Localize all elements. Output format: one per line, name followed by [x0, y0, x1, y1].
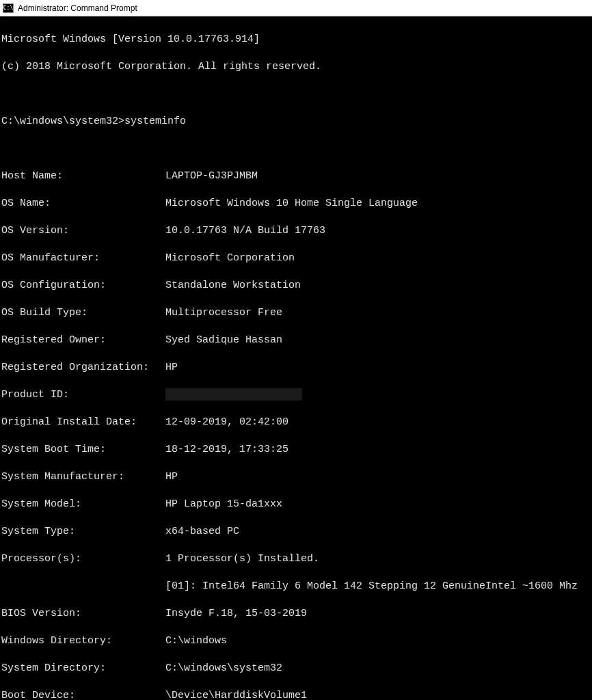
row-product-id: Product ID: [1, 388, 591, 402]
row-win-dir: Windows Directory:C:\windows [1, 634, 591, 648]
row-os-manufacturer: OS Manufacturer:Microsoft Corporation [1, 252, 591, 265]
row-boot-time: System Boot Time:18-12-2019, 17:33:25 [1, 443, 591, 457]
row-sys-type: System Type:x64-based PC [1, 525, 591, 539]
header-line-2: (c) 2018 Microsoft Corporation. All righ… [1, 60, 591, 74]
prompt-path: C:\windows\system32> [1, 116, 124, 127]
row-processors: Processor(s):1 Processor(s) Installed. [1, 552, 591, 566]
header-line-1: Microsoft Windows [Version 10.0.17763.91… [1, 33, 591, 46]
row-registered-org: Registered Organization:HP [1, 361, 591, 375]
row-sys-dir: System Directory:C:\windows\system32 [1, 662, 591, 675]
window-title: Administrator: Command Prompt [18, 3, 137, 13]
row-sys-manufacturer: System Manufacturer:HP [1, 470, 591, 484]
row-host-name: Host Name:LAPTOP-GJ3PJMBM [1, 170, 591, 183]
terminal-output[interactable]: Microsoft Windows [Version 10.0.17763.91… [0, 16, 592, 700]
row-sys-model: System Model:HP Laptop 15-da1xxx [1, 498, 591, 511]
row-os-name: OS Name:Microsoft Windows 10 Home Single… [1, 197, 591, 211]
processor-detail: [01]: Intel64 Family 6 Model 142 Steppin… [1, 580, 591, 593]
window-titlebar: C:\ Administrator: Command Prompt [0, 0, 592, 16]
row-install-date: Original Install Date:12-09-2019, 02:42:… [1, 416, 591, 429]
cmd-icon: C:\ [3, 3, 14, 13]
row-os-version: OS Version:10.0.17763 N/A Build 17763 [1, 224, 591, 238]
prompt-line: C:\windows\system32>systeminfo [1, 115, 591, 129]
row-os-config: OS Configuration:Standalone Workstation [1, 279, 591, 293]
row-boot-device: Boot Device:\Device\HarddiskVolume1 [1, 689, 591, 700]
row-bios: BIOS Version:Insyde F.18, 15-03-2019 [1, 607, 591, 621]
prompt-command: systeminfo [124, 116, 186, 127]
row-os-build-type: OS Build Type:Multiprocessor Free [1, 306, 591, 320]
redacted-product-id [165, 388, 302, 401]
row-registered-owner: Registered Owner:Syed Sadique Hassan [1, 334, 591, 347]
